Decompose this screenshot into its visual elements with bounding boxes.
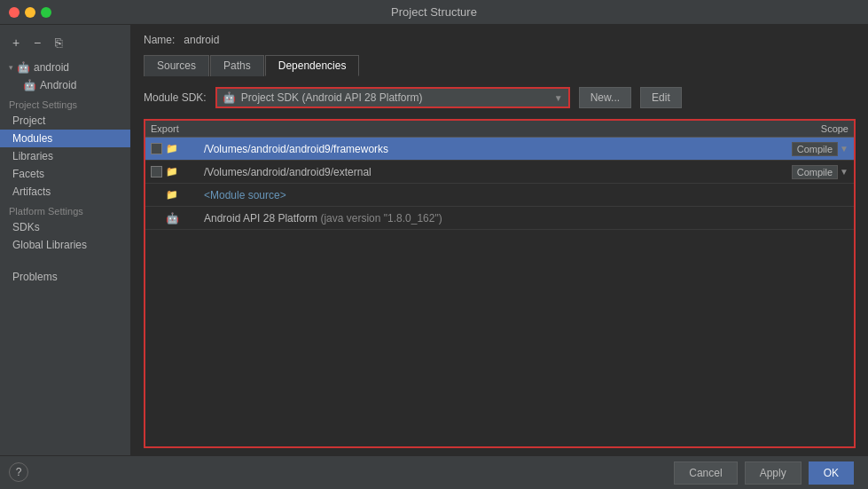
tab-sources[interactable]: Sources [144,55,209,76]
problems-label: Problems [12,271,58,283]
name-row: Name: android [144,34,856,46]
folder-icon-3: 📁 [166,189,178,201]
sdk-edit-button[interactable]: Edit [640,87,682,108]
dep-name-4: Android API 28 Platform (java version "1… [204,212,769,225]
sidebar-item-facets[interactable]: Facets [0,165,130,183]
cancel-button[interactable]: Cancel [674,461,737,485]
scope-arrow-icon-1[interactable]: ▼ [840,144,848,154]
scope-badge-1: Compile [792,142,838,156]
sdk-icon: 🤖 [223,91,236,104]
folder-icon-1: 📁 [166,143,178,154]
scope-badge-2: Compile [792,165,838,179]
global-libraries-label: Global Libraries [12,239,87,251]
table-row[interactable]: 📁 /Volumes/android/android9/frameworks C… [145,138,854,161]
sidebar: + − ⎘ ▾ 🤖 android 🤖 Android Project Sett… [0,25,131,489]
window-controls[interactable] [9,7,51,18]
sidebar-item-problems[interactable]: Problems [0,268,130,286]
tabs-row: Sources Paths Dependencies [144,55,856,76]
project-label: Project [12,114,45,127]
export-cell: 📁 [151,166,204,177]
sidebar-item-sdks[interactable]: SDKs [0,218,130,236]
sidebar-toolbar: + − ⎘ [0,30,130,55]
sdk-label: Module SDK: [144,91,207,104]
close-button[interactable] [9,7,20,18]
name-label: Name: [144,34,175,46]
maximize-button[interactable] [41,7,51,18]
header-scope: Scope [769,123,848,134]
name-value: android [184,34,219,46]
scope-cell-2: Compile ▼ [769,165,848,179]
ok-button[interactable]: OK [809,461,854,485]
sdks-label: SDKs [12,221,40,233]
table-rows: 📁 /Volumes/android/android9/frameworks C… [145,138,854,446]
minimize-button[interactable] [25,7,35,18]
facets-label: Facets [12,168,44,180]
export-cell: 📁 [151,143,204,154]
tab-dependencies[interactable]: Dependencies [265,55,360,76]
sidebar-item-modules[interactable]: Modules [0,130,130,147]
folder-icon-2: 📁 [166,166,178,177]
module-sub-name: Android [40,79,76,91]
sdk-row: Module SDK: 🤖 Project SDK (Android API 2… [144,87,856,108]
sidebar-add-button[interactable]: + [7,34,25,51]
sidebar-remove-button[interactable]: − [28,34,46,51]
sdk-value: Project SDK (Android API 28 Platform) [241,91,423,104]
content-area: Name: android Sources Paths Dependencies… [131,25,868,489]
section-platform-settings: Platform Settings [0,201,130,218]
dep-name-3: <Module source> [204,189,769,201]
scope-arrow-icon-2[interactable]: ▼ [840,167,848,177]
table-row[interactable]: 📁 <Module source> [145,184,854,207]
module-tree-item-android-sub[interactable]: 🤖 Android [0,76,130,94]
tab-paths[interactable]: Paths [210,55,264,76]
module-tree-item-android[interactable]: ▾ 🤖 android [0,59,130,76]
window-title: Project Structure [391,5,477,19]
dropdown-arrow-icon: ▼ [554,93,563,103]
sidebar-item-project[interactable]: Project [0,112,130,130]
tree-arrow-icon: ▾ [9,63,13,72]
dep-name-1: /Volumes/android/android9/frameworks [204,143,769,155]
export-checkbox-1[interactable] [151,143,162,154]
table-header: Export Scope [145,121,854,138]
export-checkbox-2[interactable] [151,166,162,177]
action-bar: Cancel Apply OK [0,455,868,489]
export-cell: 📁 [151,189,204,201]
android-sub-icon: 🤖 [23,79,36,91]
sidebar-item-artifacts[interactable]: Artifacts [0,183,130,201]
export-cell: 🤖 [151,212,204,225]
sidebar-item-libraries[interactable]: Libraries [0,147,130,165]
help-button[interactable]: ? [9,462,28,482]
libraries-label: Libraries [12,150,53,162]
sidebar-copy-button[interactable]: ⎘ [50,34,67,51]
sdk-dropdown[interactable]: 🤖 Project SDK (Android API 28 Platform) … [215,87,570,108]
dependencies-table: Export Scope 📁 /Volumes/android/android9… [144,119,856,448]
header-name [204,123,769,134]
header-export: Export [151,123,204,134]
sdk-new-button[interactable]: New... [579,87,631,108]
table-row[interactable]: 📁 /Volumes/android/android9/external Com… [145,161,854,184]
scope-cell-1: Compile ▼ [769,142,848,156]
sdk-select-inner: 🤖 Project SDK (Android API 28 Platform) [223,91,423,104]
android-icon-4: 🤖 [166,212,179,225]
sidebar-item-global-libraries[interactable]: Global Libraries [0,236,130,254]
modules-label: Modules [12,132,52,145]
main-layout: + − ⎘ ▾ 🤖 android 🤖 Android Project Sett… [0,25,868,489]
dep-name-2: /Volumes/android/android9/external [204,166,769,178]
apply-button[interactable]: Apply [745,461,802,485]
title-bar: Project Structure [0,0,868,25]
section-project-settings: Project Settings [0,94,130,112]
artifacts-label: Artifacts [12,185,51,198]
module-icon: 🤖 [17,61,30,74]
table-row[interactable]: 🤖 Android API 28 Platform (java version … [145,207,854,230]
module-name: android [34,61,69,74]
